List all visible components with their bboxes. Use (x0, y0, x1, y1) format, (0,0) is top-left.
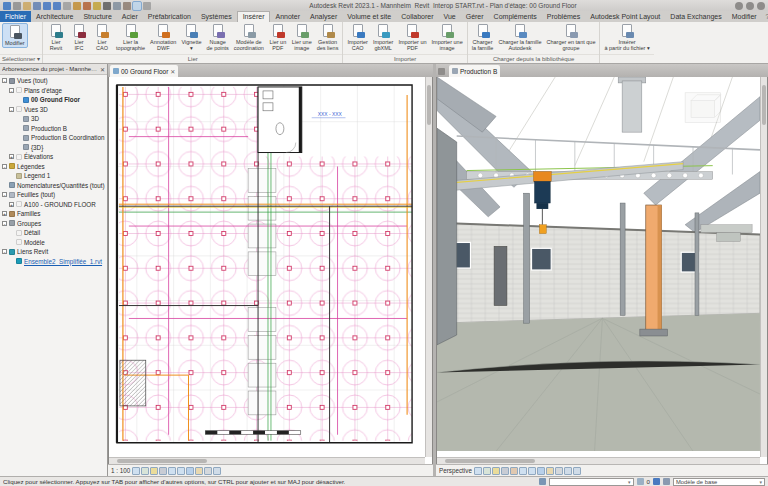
file-menu-icon[interactable] (13, 2, 21, 10)
switch-windows-icon[interactable] (143, 2, 151, 10)
design-option-select[interactable]: Modèle de base ▾ (673, 478, 765, 486)
tree-expander-icon[interactable]: - (2, 164, 7, 169)
import-image-button[interactable]: Importer une image (430, 23, 465, 52)
tree-expander-icon[interactable]: + (2, 211, 7, 216)
sun-path-icon[interactable] (492, 467, 500, 475)
thin-lines-icon[interactable] (133, 2, 141, 10)
ribbon-tab[interactable]: Systèmes (196, 11, 237, 22)
redo-icon[interactable] (53, 2, 61, 10)
text-icon[interactable] (103, 2, 111, 10)
tree-expander-icon[interactable] (16, 97, 21, 102)
workset-select[interactable]: ▾ (549, 478, 634, 486)
print-icon[interactable] (63, 2, 71, 10)
projection-mode-label[interactable]: Perspective (439, 467, 472, 474)
sun-path-icon[interactable] (150, 467, 158, 475)
link-pdf-button[interactable]: Lier un PDF (267, 23, 289, 52)
link-ifc-button[interactable]: Lier IFC (68, 23, 90, 52)
scale-control[interactable]: 1 : 100 (111, 467, 130, 474)
tree-expander-icon[interactable]: - (9, 107, 14, 112)
tree-expander-icon[interactable] (16, 135, 21, 140)
shadows-icon[interactable] (501, 467, 509, 475)
ribbon-tab[interactable]: Acier (117, 11, 143, 22)
tree-expander-icon[interactable]: - (2, 221, 7, 226)
temporary-view-properties-icon[interactable] (204, 467, 212, 475)
tree-item[interactable]: - Plans d'étage (0, 86, 107, 96)
ribbon-group-label[interactable]: Sélectionner ▾ (0, 54, 42, 63)
filter-icon[interactable] (653, 478, 660, 485)
tree-item[interactable]: Détail (0, 228, 107, 238)
import-cad-button[interactable]: Importer CAO (345, 23, 369, 52)
import-pdf-button[interactable]: Importer un PDF (396, 23, 428, 52)
import-gbxml-button[interactable]: Importer gbXML (371, 23, 395, 52)
detail-level-icon[interactable] (132, 467, 140, 475)
tree-item[interactable]: + A100 - GROUND FLOOR (0, 200, 107, 210)
tag-icon[interactable] (93, 2, 101, 10)
tree-expander-icon[interactable]: + (9, 154, 14, 159)
crop-view-icon[interactable] (519, 467, 527, 475)
ribbon-tab[interactable]: Analyser (305, 11, 342, 22)
save-icon[interactable] (33, 2, 41, 10)
load-as-group-button[interactable]: Charger en tant que groupe (545, 23, 598, 52)
revit-logo-icon[interactable] (3, 2, 11, 10)
tree-expander-icon[interactable] (9, 259, 14, 264)
tree-expander-icon[interactable] (16, 116, 21, 121)
visual-style-icon[interactable] (141, 467, 149, 475)
tree-item[interactable]: Legend 1 (0, 171, 107, 181)
help-icon[interactable] (757, 2, 765, 10)
visual-style-icon[interactable] (483, 467, 491, 475)
worksets-icon[interactable] (539, 478, 546, 485)
ribbon-tab[interactable]: Architecture (31, 11, 78, 22)
undo-icon[interactable] (43, 2, 51, 10)
reveal-constraints-icon[interactable] (213, 467, 221, 475)
open-icon[interactable] (23, 2, 31, 10)
temporary-hide-isolate-icon[interactable] (186, 467, 194, 475)
tree-item[interactable]: + Familles (0, 209, 107, 219)
tree-item[interactable]: Ensemble2_Simplifiée_1.rvt (0, 257, 107, 267)
tree-expander-icon[interactable]: + (9, 202, 14, 207)
decal-button[interactable]: Vignette ▾ (179, 23, 203, 52)
tree-expander-icon[interactable] (16, 126, 21, 131)
displacement-sets-icon[interactable] (564, 467, 572, 475)
shadows-icon[interactable] (159, 467, 167, 475)
ribbon-tab[interactable]: Préfabrication (143, 11, 196, 22)
reveal-hidden-elements-icon[interactable] (195, 467, 203, 475)
measure-icon[interactable] (73, 2, 81, 10)
tab-production-b[interactable]: Production B (449, 65, 500, 77)
tree-expander-icon[interactable] (9, 173, 14, 178)
view3d-horizontal-scrollbar[interactable] (437, 457, 760, 464)
user-avatar-icon[interactable] (746, 2, 754, 10)
tree-item[interactable]: - Vues (tout) (0, 76, 107, 86)
tree-item[interactable]: + Élévations (0, 152, 107, 162)
perspective-3d-drawing[interactable] (437, 77, 760, 451)
tree-item[interactable]: Nomenclatures/Quantités (tout) (0, 181, 107, 191)
view3d-canvas[interactable] (436, 77, 768, 464)
default-3d-view-icon[interactable] (113, 2, 121, 10)
dwf-markup-button[interactable]: Annotation DWF (148, 23, 178, 52)
tree-expander-icon[interactable] (9, 230, 14, 235)
reveal-constraints-icon[interactable] (573, 467, 581, 475)
tree-item[interactable]: {3D} (0, 143, 107, 153)
tree-item[interactable]: - Vues 3D (0, 105, 107, 115)
tree-expander-icon[interactable]: - (9, 88, 14, 93)
tree-item[interactable]: Production B (0, 124, 107, 134)
temporary-hide-isolate-icon[interactable] (537, 467, 545, 475)
ribbon-tab[interactable]: Modifier (727, 11, 762, 22)
ribbon-tab[interactable]: Fichier (0, 11, 31, 22)
ribbon-tab[interactable]: Structure (78, 11, 116, 22)
tree-expander-icon[interactable] (16, 145, 21, 150)
tree-item[interactable]: - Liens Revit (0, 247, 107, 257)
ribbon-tab[interactable]: Vue (439, 11, 461, 22)
ribbon-tab[interactable]: Autodesk Point Layout (585, 11, 665, 22)
coordination-model-button[interactable]: Modèle de coordination (232, 23, 266, 52)
floor-plan-drawing[interactable]: XXX - XXX (109, 77, 425, 455)
ribbon-tab[interactable]: Collaborer (396, 11, 438, 22)
crop-region-visibility-icon[interactable] (177, 467, 185, 475)
rendering-dialog-icon[interactable] (510, 467, 518, 475)
ribbon-tab[interactable]: Compléments (489, 11, 542, 22)
reveal-hidden-elements-icon[interactable] (546, 467, 554, 475)
aligned-dimension-icon[interactable] (83, 2, 91, 10)
tree-expander-icon[interactable] (2, 183, 7, 188)
load-autodesk-family-button[interactable]: Charger la famille Autodesk (496, 23, 543, 52)
link-topography-button[interactable]: Lier la topographie (114, 23, 147, 52)
ribbon-tab[interactable]: Gérer (461, 11, 489, 22)
